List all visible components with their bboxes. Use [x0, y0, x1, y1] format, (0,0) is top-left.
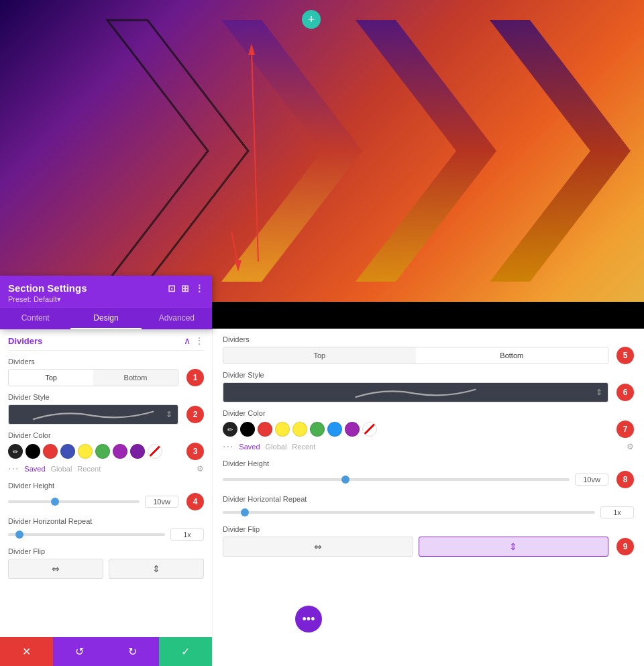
right-swatch-yellow1[interactable]	[275, 422, 290, 437]
plus-icon: +	[308, 13, 315, 27]
copy-icon[interactable]: ⊡	[168, 283, 176, 294]
tab-content[interactable]: Content	[0, 308, 70, 329]
section-toggle-icon[interactable]: ∧	[184, 335, 191, 346]
right-swatch-red[interactable]	[258, 422, 272, 437]
left-swatch-transparent[interactable]	[148, 444, 162, 459]
left-divider-style-label: Divider Style	[8, 393, 204, 401]
left-saved-link[interactable]: Saved	[24, 465, 45, 473]
more-options-button[interactable]: •••	[295, 606, 322, 632]
tab-design[interactable]: Design	[70, 308, 141, 329]
right-divider-preview	[229, 386, 602, 399]
redo-button[interactable]: ↻	[106, 637, 159, 666]
left-divider-height-field: Divider Height 10vw 4	[8, 482, 204, 510]
right-bottom-btn[interactable]: Bottom	[416, 347, 608, 364]
badge-2: 2	[186, 406, 204, 423]
right-divider-flip-field: Divider Flip ⇔ ⇕ 9	[223, 525, 634, 557]
right-color-dots[interactable]: ···	[223, 441, 233, 453]
right-divider-height-field: Divider Height 10vw 8	[223, 459, 634, 488]
right-repeat-slider-row: 1x	[223, 506, 634, 518]
tab-advanced[interactable]: Advanced	[142, 308, 212, 329]
badge-1: 1	[186, 369, 204, 386]
right-global-link[interactable]: Global	[266, 443, 287, 451]
right-divider-flip-label: Divider Flip	[223, 525, 634, 533]
left-flip-v-btn[interactable]: ⇕	[109, 559, 204, 579]
right-dividers-label: Dividers	[223, 335, 634, 343]
right-flip-v-btn[interactable]: ⇕	[419, 537, 609, 557]
right-flip-h-btn[interactable]: ⇔	[223, 537, 413, 557]
left-swatch-yellow[interactable]	[78, 444, 93, 459]
dividers-section-header: Dividers ∧ ⋮	[8, 329, 204, 351]
right-eyedropper[interactable]: ✏	[223, 422, 237, 437]
left-divider-style-selector[interactable]: ⇕	[8, 404, 178, 425]
left-dividers-field: Dividers Top Bottom 1	[8, 357, 204, 386]
right-recent-link[interactable]: Recent	[292, 443, 315, 451]
cancel-button[interactable]: ✕	[0, 637, 53, 666]
more-options-icon: •••	[303, 612, 315, 626]
right-saved-link[interactable]: Saved	[239, 443, 260, 451]
left-divider-color-field: Divider Color ✏ 3 ··· Saved Glo	[8, 431, 204, 475]
left-swatch-purple2[interactable]	[130, 444, 145, 459]
right-swatch-purple[interactable]	[345, 422, 360, 437]
left-swatch-black[interactable]	[25, 444, 40, 459]
left-divider-flip-label: Divider Flip	[8, 547, 204, 555]
left-eyedropper[interactable]: ✏	[8, 444, 23, 459]
left-divider-flip-field: Divider Flip ⇔ ⇕	[8, 547, 204, 579]
right-divider-repeat-field: Divider Horizontal Repeat 1x	[223, 495, 634, 518]
right-height-value: 10vw	[575, 474, 608, 486]
badge-7: 7	[616, 421, 634, 438]
left-divider-repeat-label: Divider Horizontal Repeat	[8, 517, 204, 525]
right-divider-color-label: Divider Color	[223, 409, 634, 417]
right-swatch-yellow2[interactable]	[292, 422, 307, 437]
section-more-icon[interactable]: ⋮	[195, 335, 204, 346]
panel-title-icons: ⊡ ⊞ ⋮	[168, 283, 204, 294]
left-swatch-green[interactable]	[95, 444, 110, 459]
right-swatch-green[interactable]	[310, 422, 325, 437]
left-swatch-red[interactable]	[43, 444, 58, 459]
left-height-value: 10vw	[145, 496, 178, 508]
settings-panel: Section Settings ⊡ ⊞ ⋮ Preset: Default▾ …	[0, 276, 212, 329]
right-swatch-blue[interactable]	[327, 422, 342, 437]
right-swatch-black[interactable]	[240, 422, 255, 437]
right-height-slider[interactable]	[223, 478, 570, 481]
panel-header: Section Settings ⊡ ⊞ ⋮ Preset: Default▾	[0, 276, 212, 308]
right-color-meta: ··· Saved Global Recent ⚙	[223, 441, 634, 453]
left-swatch-purple1[interactable]	[113, 444, 127, 459]
left-recent-link[interactable]: Recent	[77, 465, 101, 473]
left-height-slider[interactable]	[8, 500, 140, 503]
background-gradient	[0, 0, 644, 302]
left-top-btn[interactable]: Top	[9, 370, 93, 386]
right-color-swatches: ✏	[223, 422, 608, 437]
right-repeat-slider[interactable]	[223, 511, 595, 514]
add-section-button[interactable]: +	[302, 10, 321, 29]
layout-icon[interactable]: ⊞	[181, 283, 189, 294]
left-repeat-slider[interactable]	[8, 533, 165, 536]
badge-4: 4	[186, 493, 204, 510]
right-color-gear-icon[interactable]: ⚙	[627, 442, 634, 451]
right-flip-row: ⇔ ⇕	[223, 537, 608, 557]
right-dividers-field: Dividers Top Bottom 5	[223, 335, 634, 364]
panel-title: Section Settings ⊡ ⊞ ⋮	[8, 282, 204, 294]
right-height-slider-row: 10vw	[223, 474, 608, 486]
left-flip-h-btn[interactable]: ⇔	[8, 559, 103, 579]
bottom-toolbar: ✕ ↺ ↻ ✓	[0, 637, 212, 666]
left-bottom-btn[interactable]: Bottom	[93, 370, 178, 386]
left-dividers-toggle: Top Bottom	[8, 369, 178, 386]
left-divider-height-label: Divider Height	[8, 482, 204, 490]
panel-title-text: Section Settings	[8, 282, 87, 294]
right-divider-style-selector[interactable]: ⇕	[223, 382, 608, 402]
right-top-btn[interactable]: Top	[223, 347, 416, 364]
right-swatch-transparent[interactable]	[362, 422, 377, 437]
left-global-link[interactable]: Global	[51, 465, 72, 473]
right-divider-chevron: ⇕	[596, 388, 602, 397]
right-panel: Dividers Top Bottom 5 Divider Style	[212, 329, 644, 666]
more-options-icon[interactable]: ⋮	[195, 283, 204, 294]
main-layout: Dividers ∧ ⋮ Dividers Top Bottom 1 Divid…	[0, 329, 644, 666]
left-color-swatches: ✏	[8, 444, 178, 459]
save-button[interactable]: ✓	[159, 637, 212, 666]
badge-5: 5	[616, 347, 634, 364]
undo-button[interactable]: ↺	[53, 637, 106, 666]
left-swatch-blue[interactable]	[60, 444, 75, 459]
left-color-gear-icon[interactable]: ⚙	[197, 464, 204, 474]
badge-6: 6	[616, 384, 634, 401]
left-color-dots[interactable]: ···	[8, 463, 19, 475]
